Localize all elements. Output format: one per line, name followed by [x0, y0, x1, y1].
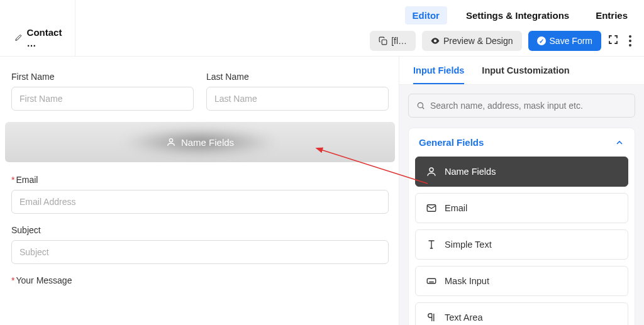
first-name-label: First Name: [11, 72, 194, 82]
toolbar: [fl… Preview & Design ✓ Save Form: [370, 31, 635, 51]
svg-point-1: [169, 139, 172, 142]
eye-icon: [431, 36, 440, 45]
last-name-input[interactable]: [206, 87, 389, 111]
more-menu-button[interactable]: [625, 33, 635, 49]
section-general-fields-header[interactable]: General Fields: [409, 128, 635, 157]
fullscreen-icon: [608, 34, 619, 45]
pencil-icon: [15, 33, 22, 42]
paragraph-icon: [426, 312, 437, 323]
text-icon: [426, 239, 437, 250]
subject-label: Subject: [11, 225, 389, 235]
field-item-email[interactable]: Email: [415, 193, 628, 223]
field-item-name-fields[interactable]: Name Fields: [415, 157, 628, 187]
field-item-text-area[interactable]: Text Area: [415, 302, 628, 325]
chevron-up-icon: [614, 138, 625, 148]
field-item-simple-text[interactable]: Simple Text: [415, 229, 628, 260]
section-general-fields: General Fields Name Fields Email Simple …: [408, 128, 635, 325]
field-item-label: Email: [445, 203, 467, 213]
fullscreen-button[interactable]: [608, 34, 619, 48]
mail-icon: [426, 202, 437, 214]
drop-zone-label: Name Fields: [181, 137, 234, 148]
shortcode-button[interactable]: [fl…: [370, 31, 416, 51]
field-item-label: Mask Input: [445, 276, 489, 286]
user-icon: [166, 137, 176, 147]
preview-button[interactable]: Preview & Design: [422, 31, 522, 51]
svg-rect-5: [427, 278, 436, 284]
tab-editor[interactable]: Editor: [405, 6, 447, 25]
form-title[interactable]: Contact …: [0, 0, 75, 57]
subject-input[interactable]: [11, 240, 389, 264]
user-icon: [426, 166, 437, 177]
last-name-label: Last Name: [206, 72, 389, 82]
field-item-mask-input[interactable]: Mask Input: [415, 266, 628, 296]
save-button[interactable]: ✓ Save Form: [528, 31, 601, 51]
field-last-name[interactable]: Last Name: [206, 72, 389, 111]
first-name-input[interactable]: [11, 87, 194, 111]
tab-input-customization[interactable]: Input Customization: [482, 65, 569, 84]
sidebar: Input Fields Input Customization General…: [399, 57, 644, 325]
tab-entries[interactable]: Entries: [588, 6, 635, 25]
tab-input-fields[interactable]: Input Fields: [413, 65, 464, 84]
check-circle-icon: ✓: [537, 36, 546, 45]
svg-point-3: [430, 168, 433, 172]
field-item-label: Text Area: [445, 312, 482, 322]
svg-point-2: [418, 102, 423, 107]
field-item-label: Name Fields: [445, 167, 496, 177]
keyboard-icon: [426, 275, 437, 287]
preview-text: Preview & Design: [443, 36, 513, 46]
search-icon: [416, 101, 425, 110]
tab-settings[interactable]: Settings & Integrations: [458, 6, 577, 25]
shortcode-text: [fl…: [391, 36, 407, 46]
section-title: General Fields: [419, 137, 484, 148]
main-nav: Editor Settings & Integrations Entries: [405, 6, 635, 25]
form-title-text: Contact …: [27, 27, 62, 48]
field-subject[interactable]: Subject: [11, 225, 389, 264]
svg-rect-0: [382, 40, 387, 45]
field-first-name[interactable]: First Name: [11, 72, 194, 111]
copy-icon: [379, 36, 387, 45]
save-text: Save Form: [550, 36, 592, 46]
field-email[interactable]: *Email: [11, 175, 389, 214]
field-item-label: Simple Text: [445, 240, 492, 250]
form-canvas: First Name Last Name Name Fields *Email …: [0, 57, 399, 325]
field-message[interactable]: *Your Message: [11, 275, 389, 285]
field-search-input[interactable]: [430, 101, 627, 111]
email-label: *Email: [11, 175, 389, 185]
message-label: *Your Message: [11, 275, 389, 285]
field-search[interactable]: [408, 94, 635, 118]
drop-zone-name-fields[interactable]: Name Fields: [5, 122, 395, 162]
email-input[interactable]: [11, 190, 389, 214]
